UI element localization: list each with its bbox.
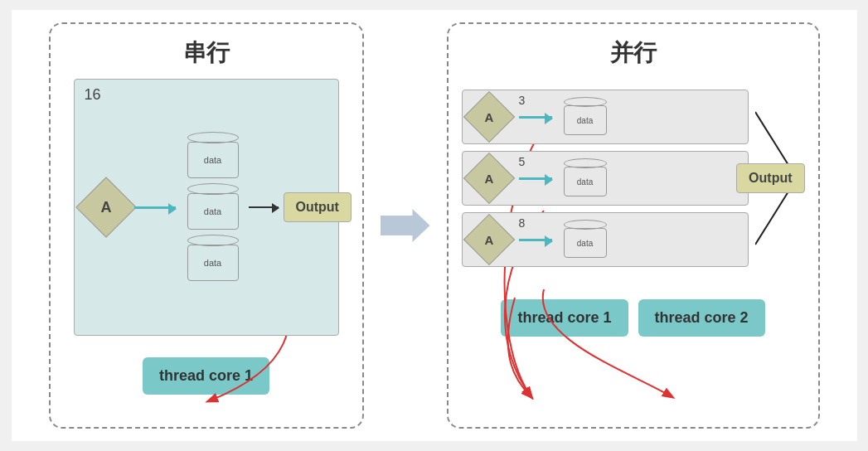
row-2-number: 5: [519, 155, 526, 168]
cyl-top-3: [564, 220, 607, 230]
parallel-output: Output: [736, 163, 804, 193]
serial-inner-box: 16 A data data data: [74, 79, 339, 336]
parallel-thread-core-1: thread core 1: [501, 299, 628, 337]
cyl-top-2: [564, 158, 607, 168]
parallel-arrow-3: [519, 239, 552, 241]
cyl-body-3: data: [564, 228, 607, 258]
cylinder-purple: data: [187, 132, 239, 180]
cyl-top-pink: [187, 235, 239, 246]
parallel-rows: 3 A data 5 A: [462, 90, 749, 267]
parallel-row-1: 3 A data: [462, 90, 749, 144]
parallel-row-2: 5 A data: [462, 151, 749, 206]
parallel-arrow-1: [519, 116, 552, 119]
transition-arrow: [381, 209, 430, 242]
cyl-top-1: [564, 97, 607, 107]
parallel-title: 并行: [610, 37, 657, 69]
parallel-diamond-3: A: [463, 214, 514, 265]
serial-diamond-label: A: [100, 199, 111, 216]
big-arrow-shape: [381, 209, 430, 242]
serial-output: Output: [284, 192, 352, 222]
serial-arrow-black: [249, 206, 279, 208]
row-3-number: 8: [519, 216, 526, 230]
serial-number: 16: [85, 86, 101, 104]
row-1-number: 3: [519, 94, 526, 107]
parallel-diamond-2: A: [463, 153, 514, 204]
parallel-thread-core-2: thread core 2: [638, 299, 765, 337]
cylinder-mauve: data: [187, 183, 239, 231]
parallel-diamond-label-2: A: [484, 172, 493, 186]
serial-title: 串行: [183, 37, 230, 69]
serial-panel: 串行 16 A data data: [49, 22, 364, 429]
cylinder-pink: data: [187, 235, 239, 283]
serial-cylinders: data data data: [187, 132, 239, 283]
parallel-diamond-1: A: [463, 91, 514, 143]
cyl-body-mauve: data: [187, 193, 239, 230]
cyl-body-1: data: [564, 105, 607, 135]
parallel-arrow-2: [519, 177, 552, 180]
parallel-diamond-label-3: A: [484, 233, 493, 247]
serial-diamond: A: [75, 177, 137, 238]
parallel-cyl-1: data: [564, 97, 607, 137]
serial-arrow-teal: [134, 206, 176, 209]
parallel-cyl-2: data: [564, 158, 607, 198]
serial-thread-core: thread core 1: [143, 357, 269, 395]
parallel-cyl-3: data: [564, 220, 607, 259]
cyl-body-pink: data: [187, 245, 239, 281]
parallel-diamond-label-1: A: [484, 110, 493, 124]
cyl-body-2: data: [564, 167, 607, 196]
cyl-top-purple: [187, 132, 239, 143]
cyl-top-mauve: [187, 183, 239, 195]
parallel-panel: 并行 3 A data 5: [447, 22, 820, 429]
parallel-row-3: 8 A data: [462, 212, 749, 267]
cyl-body-purple: data: [187, 142, 239, 178]
